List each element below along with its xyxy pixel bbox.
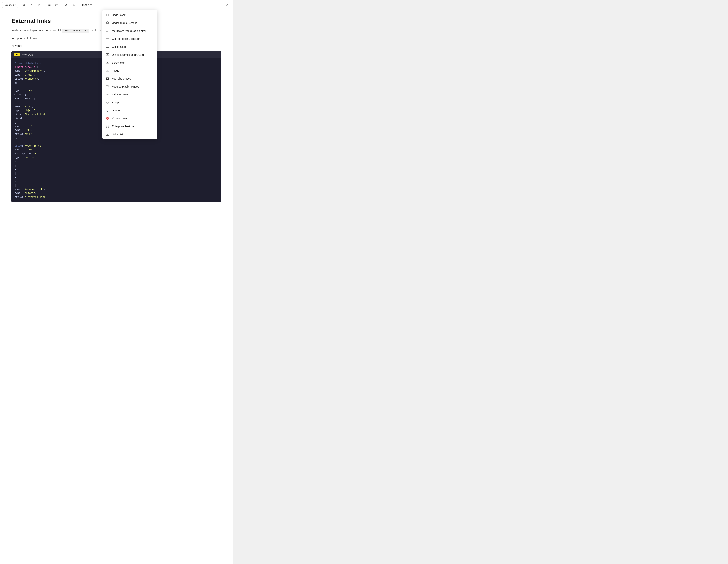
- menu-item-screenshot[interactable]: Screenshot: [102, 59, 157, 67]
- menu-item-label-gotcha: Gotcha: [112, 109, 120, 112]
- insert-button[interactable]: Insert ▾: [80, 2, 94, 8]
- known-issue-icon: !: [105, 116, 110, 121]
- svg-rect-3: [48, 5, 50, 5]
- toolbar: No style ▾ B I <> 1. 2. S: [0, 0, 233, 10]
- svg-rect-37: [106, 133, 109, 136]
- menu-item-label-call-to-action: Call to action: [112, 45, 127, 48]
- screenshot-icon: [105, 61, 110, 65]
- enterprise-icon: [105, 124, 110, 129]
- menu-item-label-youtube-playlist: Youtube playlist embed: [112, 85, 139, 88]
- insert-label: Insert: [82, 3, 89, 6]
- toolbar-divider-1: [44, 3, 44, 7]
- mux-icon: MUX: [105, 93, 110, 97]
- cta-collection-icon: [105, 37, 110, 41]
- youtube-icon: [105, 77, 110, 81]
- gotcha-icon: [105, 108, 110, 113]
- strikethrough-button[interactable]: S: [71, 2, 78, 8]
- menu-item-code-block[interactable]: Code Block: [102, 11, 157, 19]
- svg-rect-9: [56, 5, 58, 5]
- menu-item-label-links-list: Links List: [112, 133, 123, 136]
- strikethrough-label: S: [73, 3, 75, 7]
- protip-icon: [105, 100, 110, 105]
- menu-item-label-codesandbox-embed: Codesandbox Embed: [112, 21, 137, 24]
- bold-button[interactable]: B: [20, 2, 27, 8]
- image-icon: [105, 69, 110, 73]
- menu-item-codesandbox-embed[interactable]: Codesandbox Embed: [102, 19, 157, 27]
- menu-item-label-code-block: Code Block: [112, 13, 126, 16]
- inline-code: marks.annotations: [62, 29, 89, 33]
- numbered-list-button[interactable]: 1. 2.: [53, 2, 60, 8]
- link-button[interactable]: [63, 2, 70, 8]
- svg-rect-5: [48, 5, 50, 6]
- svg-rect-7: [56, 4, 58, 4]
- usage-icon: [105, 53, 110, 57]
- cta-icon: [105, 45, 110, 49]
- menu-item-label-call-to-action-collection: Call To Action Collection: [112, 37, 140, 40]
- menu-item-label-video-mux: Video on Mux: [112, 93, 128, 96]
- code-button[interactable]: <>: [36, 2, 42, 8]
- menu-item-call-to-action-collection[interactable]: Call To Action Collection: [102, 35, 157, 43]
- svg-rect-4: [48, 5, 48, 6]
- svg-rect-14: [106, 38, 109, 39]
- menu-item-gotcha[interactable]: Gotcha: [102, 107, 157, 114]
- menu-item-markdown[interactable]: M↓Markdown (rendered as html): [102, 27, 157, 35]
- svg-rect-18: [106, 54, 109, 56]
- svg-rect-2: [48, 5, 48, 5]
- menu-item-label-usage-example: Usage Example and Output: [112, 53, 144, 56]
- menu-item-label-protip: Protip: [112, 101, 119, 104]
- menu-item-links-list[interactable]: Links List: [102, 130, 157, 138]
- insert-chevron-icon: ▾: [90, 3, 92, 7]
- menu-item-enterprise-feature[interactable]: Enterprise Feature: [102, 122, 157, 130]
- style-select[interactable]: No style ▾: [2, 2, 18, 8]
- svg-rect-27: [106, 85, 108, 87]
- insert-dropdown: Code BlockCodesandbox EmbedM↓Markdown (r…: [102, 10, 157, 140]
- svg-rect-0: [48, 4, 48, 4]
- style-select-chevron: ▾: [15, 4, 16, 6]
- close-button[interactable]: ×: [224, 2, 231, 8]
- menu-item-call-to-action[interactable]: Call to action: [102, 43, 157, 51]
- close-icon: ×: [226, 3, 228, 7]
- menu-item-video-mux[interactable]: MUXVideo on Mux: [102, 91, 157, 99]
- menu-item-label-screenshot: Screenshot: [112, 61, 125, 64]
- numbered-list-icon: 1. 2.: [55, 3, 58, 7]
- menu-item-label-enterprise-feature: Enterprise Feature: [112, 125, 134, 128]
- menu-item-protip[interactable]: Protip: [102, 99, 157, 107]
- youtube-playlist-icon: [105, 85, 110, 89]
- menu-item-image[interactable]: Image: [102, 67, 157, 75]
- menu-item-label-image: Image: [112, 69, 119, 72]
- svg-text:M↓: M↓: [106, 31, 108, 32]
- svg-rect-1: [48, 4, 50, 4]
- svg-text:MUX: MUX: [106, 94, 109, 95]
- link-icon: [65, 3, 68, 7]
- bullet-list-button[interactable]: [46, 2, 53, 8]
- bullet-list-icon: [47, 3, 51, 7]
- italic-button[interactable]: I: [28, 2, 35, 8]
- links-list-icon: [105, 132, 110, 136]
- codesandbox-icon: [105, 21, 110, 25]
- svg-rect-15: [106, 39, 109, 40]
- menu-item-youtube-playlist[interactable]: Youtube playlist embed: [102, 83, 157, 91]
- svg-point-22: [107, 62, 108, 63]
- js-badge: JS: [14, 53, 20, 56]
- menu-item-youtube-embed[interactable]: YouTube embed: [102, 75, 157, 83]
- markdown-icon: M↓: [105, 29, 110, 33]
- menu-item-usage-example[interactable]: Usage Example and Output: [102, 51, 157, 59]
- svg-marker-36: [106, 125, 109, 128]
- menu-item-label-known-issue: Known Issue: [112, 117, 127, 120]
- style-select-label: No style: [4, 3, 14, 6]
- svg-text:!: !: [107, 118, 108, 120]
- menu-item-label-markdown: Markdown (rendered as html): [112, 29, 147, 32]
- code-icon: [105, 13, 110, 17]
- code-block-title: JAVASCRIPT: [21, 53, 37, 56]
- menu-item-known-issue[interactable]: !Known Issue: [102, 114, 157, 122]
- main-area: External links We have to re-implement t…: [0, 10, 233, 564]
- menu-item-label-youtube-embed: YouTube embed: [112, 77, 131, 80]
